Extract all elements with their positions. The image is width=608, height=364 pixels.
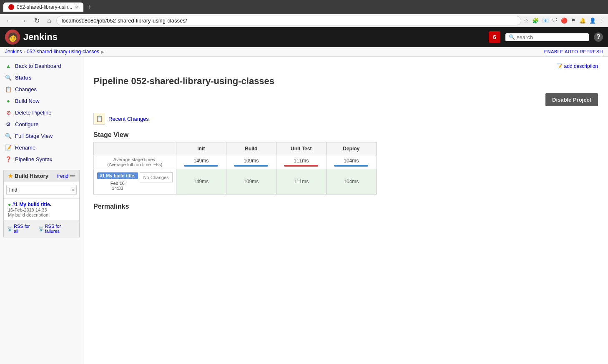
build-search-input[interactable] [6, 185, 77, 195]
help-button[interactable]: ? [594, 32, 603, 42]
ext4-icon[interactable]: 🔴 [561, 17, 568, 24]
build-history-title: Build History [15, 173, 48, 179]
disable-project-button[interactable]: Disable Project [545, 93, 598, 106]
sidebar-delete-label: Delete Pipeline [15, 110, 51, 116]
sidebar-item-build-now[interactable]: ● Build Now [0, 95, 83, 107]
sidebar-item-rename[interactable]: 📝 Rename [0, 142, 83, 153]
menu-icon[interactable]: ⋮ [599, 17, 605, 24]
sidebar-build-now-label: Build Now [15, 98, 40, 104]
rss-failures-icon: 📡 [38, 226, 44, 232]
rss-failures-label: RSS for failures [45, 224, 76, 234]
build-row-unit-test-cell[interactable]: 111ms [276, 169, 326, 194]
build-row-deploy-cell[interactable]: 104ms [326, 169, 376, 194]
stage-header-deploy: Deploy [326, 142, 376, 155]
back-button[interactable]: ← [3, 16, 15, 25]
tab-title: 052-shared-library-usin... [17, 4, 72, 10]
avg-init-time: 149ms [180, 158, 223, 164]
tab-close-button[interactable]: ✕ [75, 5, 78, 10]
search-icon: 🔍 [509, 34, 515, 40]
build-no-changes-cell: No Changes [140, 172, 173, 182]
add-description-label: add description [564, 63, 598, 69]
build-row-init-cell[interactable]: 149ms [176, 169, 226, 194]
sidebar-rename-label: Rename [15, 145, 35, 151]
sidebar-item-back[interactable]: ▲ Back to Dashboard [0, 60, 83, 72]
avg-build-cell: 109ms [226, 155, 276, 169]
trend-link[interactable]: trend [57, 173, 68, 179]
ext3-icon[interactable]: 🛡 [552, 17, 558, 24]
back-arrow-icon: ▲ [5, 62, 12, 69]
stage-header-row: Init Build Unit Test Deploy [94, 142, 377, 155]
build-history-header-right: trend ━━ [57, 173, 75, 179]
avg-full-label-text: (Average full run time: ~6s) [97, 162, 173, 167]
avg-label-text: Average stage times: [97, 157, 173, 162]
sidebar-full-stage-label: Full Stage View [15, 133, 53, 139]
avg-deploy-time: 104ms [330, 158, 373, 164]
edit-icon: 📝 [556, 63, 563, 69]
sidebar-item-full-stage-view[interactable]: 🔍 Full Stage View [0, 130, 83, 142]
avg-init-cell: 149ms [176, 155, 226, 169]
header-top-right: 📝 add description [93, 63, 598, 72]
build-item-link[interactable]: #1 My build title. [8, 202, 51, 207]
ext2-icon[interactable]: 📧 [542, 17, 549, 24]
jenkins-logo[interactable]: 🧑 Jenkins [5, 30, 58, 45]
page-title: Pipeline 052-shared-library-using-classe… [93, 76, 598, 87]
reload-button[interactable]: ↻ [32, 16, 42, 25]
build-row-build-cell[interactable]: 109ms [226, 169, 276, 194]
breadcrumb-job-link[interactable]: 052-shared-library-using-classes [27, 49, 99, 55]
build-row-info-cell: #1 My build title. Feb 16 14:33 No Chang… [94, 169, 176, 194]
avg-deploy-cell: 104ms [326, 155, 376, 169]
home-button[interactable]: ⌂ [45, 16, 54, 25]
auto-refresh-link[interactable]: ENABLE AUTO REFRESH [544, 49, 603, 54]
recent-changes-link[interactable]: Recent Changes [108, 116, 149, 122]
rss-all-link[interactable]: 📡 RSS for all [7, 224, 35, 234]
build-history-star-icon: ★ [8, 173, 13, 179]
build-no-changes-text: No Changes [143, 175, 169, 180]
jenkins-title: Jenkins [23, 32, 58, 42]
forward-button[interactable]: → [18, 16, 29, 25]
browser-tab[interactable]: 052-shared-library-usin... ✕ [3, 2, 83, 12]
sidebar: ▲ Back to Dashboard 🔍 Status 📋 Changes ●… [0, 57, 83, 364]
configure-icon: ⚙ [5, 121, 12, 127]
build-item-date: 16-Feb-2019 14:33 [8, 207, 75, 212]
jenkins-avatar-icon: 🧑 [5, 30, 20, 45]
content-area: 📝 add description Pipeline 052-shared-li… [83, 57, 608, 364]
sidebar-pipeline-syntax-label: Pipeline Syntax [15, 156, 53, 162]
breadcrumb-jenkins-link[interactable]: Jenkins [5, 49, 22, 55]
pipeline-syntax-icon: ❓ [5, 156, 12, 162]
address-bar[interactable] [56, 16, 521, 25]
build-item-desc: My build description. [8, 212, 75, 217]
full-stage-view-icon: 🔍 [5, 132, 12, 139]
sidebar-item-configure[interactable]: ⚙ Configure [0, 118, 83, 130]
stage-header-unit-test: Unit Test [276, 142, 326, 155]
build-search-container: ✕ [4, 182, 79, 198]
ext1-icon[interactable]: 🧩 [532, 17, 539, 24]
avg-unit-test-bar [284, 165, 318, 167]
notification-badge[interactable]: 6 [489, 31, 500, 43]
ext5-icon[interactable]: ⚑ [571, 17, 576, 24]
sidebar-item-changes[interactable]: 📋 Changes [0, 83, 83, 95]
build-row-time: 14:33 [97, 186, 138, 191]
build-history-header: ★ Build History trend ━━ [4, 170, 79, 182]
rss-failures-link[interactable]: 📡 RSS for failures [38, 224, 76, 234]
profile-icon[interactable]: 👤 [589, 17, 596, 24]
ext6-icon[interactable]: 🔔 [579, 17, 586, 24]
search-input[interactable] [517, 34, 585, 40]
sidebar-item-pipeline-syntax[interactable]: ❓ Pipeline Syntax [0, 153, 83, 165]
avg-build-time: 109ms [230, 158, 273, 164]
build-search-clear-button[interactable]: ✕ [71, 187, 75, 193]
search-container: 🔍 [505, 33, 589, 41]
add-description-link[interactable]: 📝 add description [556, 63, 598, 69]
trend-bar-icon: ━━ [70, 174, 75, 178]
stage-build-row: #1 My build title. Feb 16 14:33 No Chang… [94, 169, 377, 194]
sidebar-status-label: Status [15, 75, 32, 81]
build-row-label[interactable]: #1 My build title. [97, 172, 138, 179]
build-history-item: #1 My build title. 16-Feb-2019 14:33 My … [4, 198, 79, 220]
new-tab-button[interactable]: + [87, 3, 91, 12]
sidebar-item-status[interactable]: 🔍 Status [0, 72, 83, 83]
browser-icons: ☆ 🧩 📧 🛡 🔴 ⚑ 🔔 👤 ⋮ [524, 17, 605, 24]
stage-view-title: Stage View [93, 131, 598, 139]
sidebar-item-delete-pipeline[interactable]: ⊘ Delete Pipeline [0, 107, 83, 118]
star-icon[interactable]: ☆ [524, 17, 529, 24]
tab-favicon [8, 4, 14, 10]
sidebar-back-label: Back to Dashboard [15, 63, 61, 69]
